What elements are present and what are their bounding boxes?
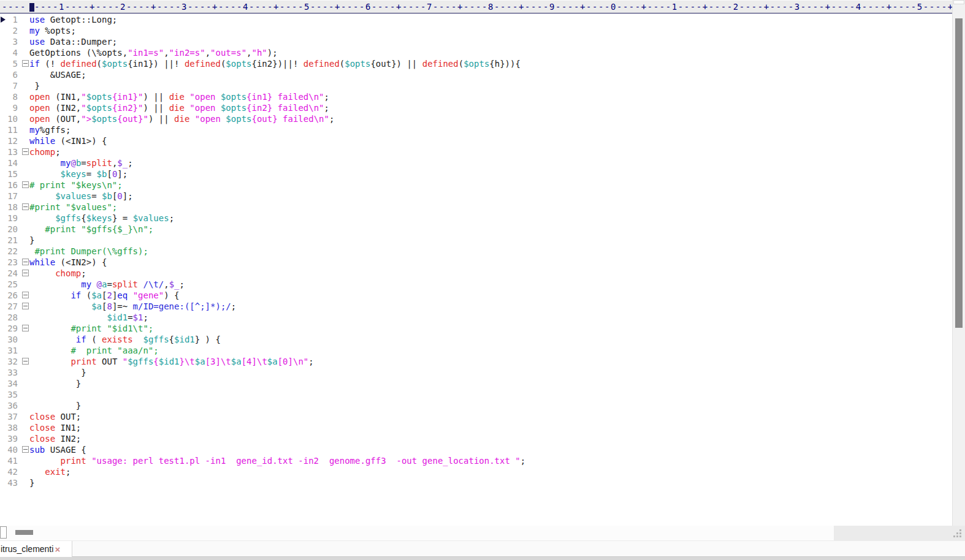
code-line[interactable]: 1use Getopt::Long; — [0, 14, 952, 25]
code-token: $opts — [463, 59, 489, 69]
fold-toggle-icon[interactable] — [22, 203, 29, 210]
vertical-scrollbar-thumb[interactable] — [955, 18, 963, 328]
fold-toggle-icon[interactable] — [22, 60, 29, 67]
horizontal-scrollbar[interactable] — [0, 526, 965, 540]
code-line[interactable]: 2my %opts; — [0, 25, 952, 36]
code-token: IN1; — [55, 423, 81, 433]
bookmark-margin — [0, 91, 6, 102]
code-line[interactable]: 36 } — [0, 400, 952, 411]
fold-toggle-icon[interactable] — [22, 270, 29, 276]
code-line[interactable]: 35 — [0, 389, 952, 400]
code-line[interactable]: 38close IN1; — [0, 422, 952, 433]
code-token: $id1 — [159, 357, 180, 366]
splitter-box[interactable] — [0, 526, 7, 539]
code-line[interactable]: 24 chomp; — [0, 268, 952, 279]
code-line[interactable]: 15 $keys= $b[0]; — [0, 168, 952, 180]
code-line[interactable]: 25 my @a=split /\t/,$_; — [0, 279, 952, 290]
horizontal-scrollbar-thumb[interactable] — [15, 530, 33, 535]
code-token: $a — [91, 290, 102, 300]
fold-toggle-icon[interactable] — [22, 292, 29, 298]
code-token: {in1} failed\n" — [246, 92, 324, 102]
code-line[interactable]: 12while (<IN1>) { — [0, 135, 952, 146]
bookmark-margin — [0, 191, 6, 202]
bookmark-margin — [0, 257, 6, 268]
bookmark-margin — [0, 455, 6, 466]
code-text: my%gffs; — [29, 124, 952, 135]
line-number: 10 — [6, 113, 18, 124]
code-line[interactable]: 30 if ( exists $gffs{$id1} ) { — [0, 334, 952, 345]
code-line[interactable]: 34 } — [0, 378, 952, 389]
code-token: if — [29, 59, 40, 69]
code-line[interactable]: 6 &USAGE; — [0, 69, 952, 80]
code-text: &USAGE; — [29, 69, 952, 80]
code-token — [189, 114, 194, 124]
code-line[interactable]: 7 } — [0, 80, 952, 91]
code-line[interactable]: 23while (<IN2>) { — [0, 257, 952, 268]
line-number: 2 — [6, 25, 18, 36]
code-line[interactable]: 11my%gffs; — [0, 124, 952, 135]
code-line[interactable]: 13chomp; — [0, 146, 952, 157]
code-line[interactable]: 39close IN2; — [0, 433, 952, 444]
code-line[interactable]: 31 # print "aaa/n"; — [0, 345, 952, 356]
vertical-scrollbar[interactable] — [952, 0, 965, 526]
code-line[interactable]: 27 $a[8]=~ m/ID=gene:([^;]*);/; — [0, 301, 952, 312]
code-area[interactable]: 1use Getopt::Long;2my %opts;3use Data::D… — [0, 14, 952, 526]
code-text: } — [29, 378, 952, 389]
code-line[interactable]: 32 print OUT "$gffs{$id1}\t$a[3]\t$a[4]\… — [0, 356, 952, 367]
code-line[interactable]: 37close OUT; — [0, 411, 952, 422]
code-line[interactable]: 9open (IN2,"$opts{in2}") || die "open $o… — [0, 102, 952, 113]
code-text: } — [29, 80, 952, 91]
fold-toggle-icon[interactable] — [22, 446, 29, 453]
fold-toggle-icon[interactable] — [22, 148, 29, 155]
bookmark-margin — [0, 36, 6, 47]
code-line[interactable]: 43} — [0, 477, 952, 488]
code-line[interactable]: 29 #print "$id1\t"; — [0, 323, 952, 334]
code-line[interactable]: 28 $id1=$1; — [0, 312, 952, 323]
code-token: if — [76, 335, 86, 344]
resize-grip-icon[interactable] — [959, 535, 961, 537]
code-token: $id1 — [174, 335, 195, 344]
code-line[interactable]: 19 $gffs{$keys} = $values; — [0, 213, 952, 224]
code-line[interactable]: 14 my@b=split,$_; — [0, 157, 952, 168]
code-line[interactable]: 5if (! defined($opts{in1}) ||! defined($… — [0, 58, 952, 69]
bookmark-margin — [0, 312, 6, 323]
fold-toggle-icon[interactable] — [22, 303, 29, 309]
code-line[interactable]: 20 #print "$gffs{$_}\n"; — [0, 224, 952, 235]
code-line[interactable]: 17 $values= $b[0]; — [0, 191, 952, 202]
code-line[interactable]: 16# print "$keys\n"; — [0, 180, 952, 191]
bookmark-margin — [0, 102, 6, 113]
code-line[interactable]: 42 exit; — [0, 466, 952, 477]
code-text: while (<IN1>) { — [29, 135, 952, 146]
code-line[interactable]: 10open (OUT,">$opts{out}") || die "open … — [0, 113, 952, 124]
line-number: 38 — [6, 422, 18, 433]
code-line[interactable]: 26 if ($a[2]eq "gene") { — [0, 290, 952, 301]
code-token: 2 — [107, 290, 112, 300]
code-text: close IN2; — [29, 433, 952, 444]
code-token: "out=s" — [210, 48, 246, 58]
fold-toggle-icon[interactable] — [22, 325, 29, 331]
code-line[interactable]: 22 #print Dumper(\%gffs); — [0, 246, 952, 257]
file-tab[interactable]: itrus_clementi × — [0, 541, 72, 557]
code-token: $opts — [221, 103, 246, 113]
code-line[interactable]: 41 print "usage: perl test1.pl -in1 gene… — [0, 455, 952, 466]
code-token: while — [29, 257, 55, 267]
tab-close-icon[interactable]: × — [55, 545, 60, 554]
code-line[interactable]: 4GetOptions (\%opts,"in1=s","in2=s","out… — [0, 47, 952, 58]
code-line[interactable]: 8open (IN1,"$opts{in1}") || die "open $o… — [0, 91, 952, 102]
code-token: , — [164, 279, 169, 289]
code-text: open (OUT,">$opts{out}") || die "open $o… — [29, 113, 952, 124]
code-token: my — [29, 26, 40, 36]
code-line[interactable]: 33 } — [0, 367, 952, 378]
fold-toggle-icon[interactable] — [22, 358, 29, 365]
code-line[interactable]: 18#print "$values"; — [0, 202, 952, 213]
fold-toggle-icon[interactable] — [22, 181, 29, 188]
line-number: 36 — [6, 400, 18, 411]
code-line[interactable]: 21} — [0, 235, 952, 246]
code-token: ; — [55, 147, 60, 157]
code-line[interactable]: 40sub USAGE { — [0, 444, 952, 455]
code-text: #print "$gffs{$_}\n"; — [29, 224, 952, 235]
code-line[interactable]: 3use Data::Dumper; — [0, 36, 952, 47]
fold-toggle-icon[interactable] — [22, 259, 29, 265]
code-token: $opts — [226, 114, 251, 124]
current-line-arrow-icon — [1, 17, 6, 23]
